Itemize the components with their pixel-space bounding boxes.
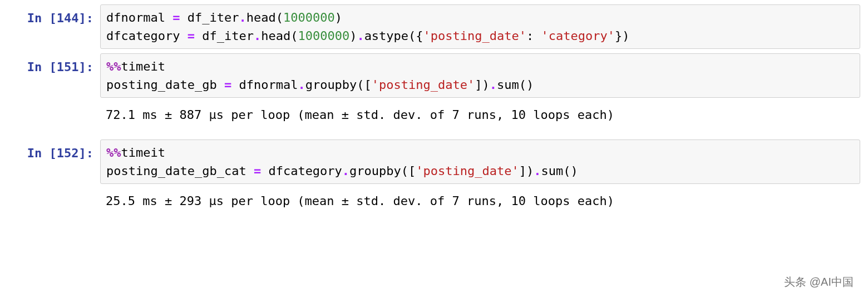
notebook-page: In [144]: dfnormal = df_iter.head(100000… (0, 4, 868, 289)
input-prompt: In [152]: (0, 139, 100, 162)
code-token-str: 'posting_date' (372, 78, 475, 92)
code-token-plain: astype({ (364, 29, 423, 43)
code-token-plain: ) (349, 29, 357, 43)
code-token-plain: }) (615, 29, 630, 43)
code-token-num: 1000000 (298, 29, 349, 43)
code-token-plain: ]) (475, 78, 490, 92)
code-token-op: . (357, 29, 364, 43)
code-token-plain: timeit (121, 59, 165, 73)
code-token-op: . (298, 78, 305, 92)
code-token-op: = (188, 29, 195, 43)
code-token-plain: ) (335, 11, 342, 24)
output-text: 25.5 ms ± 293 µs per loop (mean ± std. d… (100, 188, 860, 213)
code-token-magic: %% (106, 59, 121, 73)
code-token-plain: sum() (541, 164, 578, 178)
output-prompt (0, 102, 100, 106)
code-token-plain: ]) (519, 164, 534, 178)
code-token-str: 'category' (541, 29, 615, 43)
code-input[interactable]: %%timeit posting_date_gb = dfnormal.grou… (100, 53, 860, 98)
code-token-num: 1000000 (283, 11, 335, 24)
code-token-magic: %% (106, 146, 121, 160)
code-token-str: 'posting_date' (423, 29, 526, 43)
code-token-op: . (490, 78, 497, 92)
code-token-op: = (224, 78, 231, 92)
code-token-op: = (254, 164, 261, 178)
code-token-plain: dfnormal (231, 78, 298, 92)
code-token-plain: dfnormal (106, 11, 172, 24)
code-token-op: . (534, 164, 541, 178)
watermark-text: 头条 @AI中国 (782, 273, 856, 289)
code-token-plain: df_iter (180, 11, 239, 24)
code-token-plain: dfcategory (261, 164, 342, 178)
code-token-op: . (239, 11, 246, 24)
output-text: 72.1 ms ± 887 µs per loop (mean ± std. d… (100, 102, 860, 127)
output-prompt (0, 188, 100, 192)
code-token-op: . (342, 164, 349, 178)
code-input[interactable]: %%timeit posting_date_gb_cat = dfcategor… (100, 139, 860, 184)
code-token-plain: sum() (497, 78, 534, 92)
code-token-plain: df_iter (195, 29, 254, 43)
code-token-plain: groupby([ (349, 164, 416, 178)
code-token-plain: : (526, 29, 541, 43)
code-token-plain: groupby([ (305, 78, 372, 92)
code-token-op: . (254, 29, 261, 43)
input-prompt: In [151]: (0, 53, 100, 76)
code-input[interactable]: dfnormal = df_iter.head(1000000) dfcateg… (100, 4, 860, 49)
code-token-plain: dfcategory (106, 29, 188, 43)
code-cell: In [152]: %%timeit posting_date_gb_cat =… (0, 139, 868, 184)
code-token-plain: timeit (121, 146, 165, 160)
code-token-str: 'posting_date' (416, 164, 519, 178)
code-cell: In [144]: dfnormal = df_iter.head(100000… (0, 4, 868, 49)
code-token-op: = (172, 11, 180, 24)
output-cell: 72.1 ms ± 887 µs per loop (mean ± std. d… (0, 102, 868, 127)
input-prompt: In [144]: (0, 4, 100, 27)
code-token-plain: posting_date_gb (106, 78, 224, 92)
code-token-plain: head( (246, 11, 283, 24)
code-token-plain: head( (261, 29, 298, 43)
output-cell: 25.5 ms ± 293 µs per loop (mean ± std. d… (0, 188, 868, 213)
code-cell: In [151]: %%timeit posting_date_gb = dfn… (0, 53, 868, 98)
code-token-plain: posting_date_gb_cat (106, 164, 254, 178)
